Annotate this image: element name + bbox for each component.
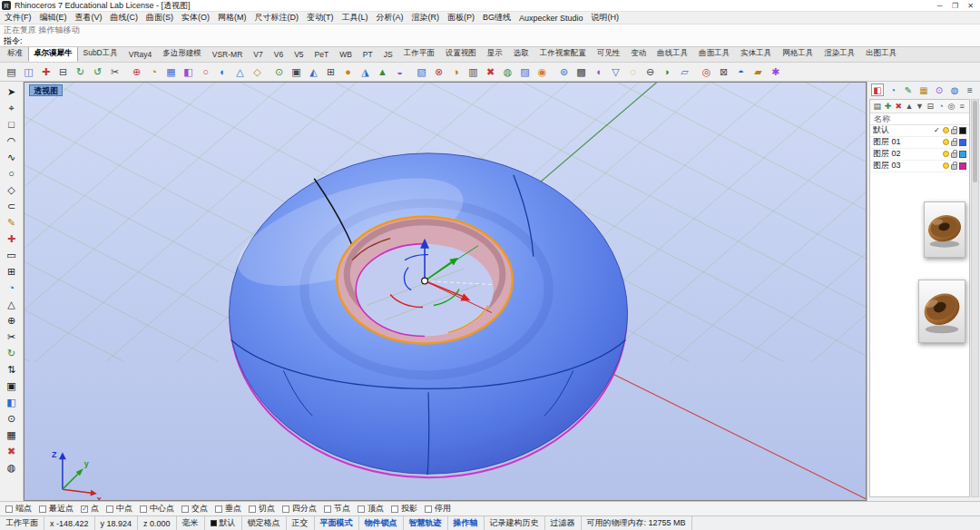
toolbar-tab[interactable]: VRay4	[123, 47, 158, 62]
toolbar-icon[interactable]: ▩	[573, 64, 589, 79]
status-pane[interactable]: 平面模式	[315, 516, 359, 530]
layer-color-swatch[interactable]	[959, 127, 966, 134]
menu-item[interactable]: 分析(A)	[377, 12, 404, 24]
torus-object[interactable]	[226, 153, 628, 477]
sidebar-tool-icon[interactable]: ⊙	[3, 410, 21, 427]
sidebar-tool-icon[interactable]: ▦	[3, 427, 21, 443]
osnap-checkbox[interactable]	[391, 505, 398, 513]
layer-visibility-bulb-icon[interactable]	[943, 139, 949, 145]
status-pane[interactable]: 默认	[205, 516, 242, 530]
status-pane[interactable]: 正交	[287, 516, 315, 530]
menu-item[interactable]: 编辑(E)	[40, 12, 67, 24]
menu-item[interactable]: 查看(V)	[75, 12, 103, 24]
osnap-toggle[interactable]: 交点	[181, 503, 208, 515]
osnap-checkbox[interactable]	[249, 505, 256, 513]
status-pane[interactable]: 工作平面	[0, 516, 44, 530]
menu-item[interactable]: 曲面(S)	[146, 12, 173, 24]
layer-tool-icon[interactable]: ▤	[873, 101, 882, 112]
menu-item[interactable]: Auxpecker Studio	[519, 14, 583, 23]
status-pane[interactable]: 锁定格点	[242, 516, 287, 530]
toolbar-icon[interactable]: ✱	[768, 64, 783, 79]
layer-visibility-bulb-icon[interactable]	[943, 127, 949, 133]
layer-tool-icon[interactable]: ◎	[947, 101, 956, 112]
panel-scrollbar[interactable]	[971, 99, 979, 497]
menu-item[interactable]: 尺寸标注(D)	[255, 12, 299, 24]
status-pane[interactable]: z 0.000	[138, 516, 177, 530]
osnap-checkbox[interactable]	[39, 505, 46, 513]
panel-tab[interactable]: ◍	[948, 83, 961, 96]
sidebar-tool-icon[interactable]: ⊂	[3, 198, 21, 214]
toolbar-tab[interactable]: V7	[248, 47, 268, 62]
status-pane[interactable]: 记录建构历史	[485, 516, 545, 530]
layer-tool-icon[interactable]: ◔	[936, 101, 946, 112]
maximize-button[interactable]: ❐	[947, 2, 963, 10]
layer-row[interactable]: 默认 ✓	[870, 125, 969, 137]
toolbar-tab[interactable]: 渲染工具	[818, 47, 860, 62]
osnap-toggle[interactable]: 投影	[391, 503, 417, 515]
sidebar-tool-icon[interactable]: ✂	[3, 329, 21, 345]
toolbar-tab[interactable]: 曲面工具	[693, 47, 735, 62]
layer-visibility-bulb-icon[interactable]	[943, 151, 949, 157]
osnap-toggle[interactable]: 节点	[324, 503, 350, 515]
toolbar-tab[interactable]: 多边形建模	[157, 47, 207, 62]
toolbar-icon[interactable]: ◓	[733, 64, 749, 79]
toolbar-tab[interactable]: 工作视窗配置	[534, 47, 592, 62]
toolbar-icon[interactable]: ⊙	[271, 64, 287, 79]
close-button[interactable]: ✕	[963, 2, 978, 10]
menu-item[interactable]: 变动(T)	[307, 12, 334, 24]
sidebar-tool-icon[interactable]: △	[3, 296, 21, 312]
toolbar-tab[interactable]: 设置视图	[440, 47, 482, 62]
toolbar-icon[interactable]: ▰	[750, 64, 766, 79]
osnap-checkbox[interactable]	[425, 505, 432, 513]
toolbar-tab[interactable]: 曲线工具	[652, 47, 693, 62]
panel-tab[interactable]: ▦	[917, 83, 930, 96]
toolbar-icon[interactable]: ◭	[306, 64, 321, 79]
status-pane[interactable]: 毫米	[177, 516, 205, 530]
layer-visibility-bulb-icon[interactable]	[943, 162, 949, 169]
toolbar-icon[interactable]: ⊞	[323, 64, 338, 79]
sidebar-tool-icon[interactable]: ✖	[3, 443, 21, 459]
osnap-checkbox[interactable]	[5, 505, 13, 513]
sidebar-tool-icon[interactable]: ◇	[3, 182, 21, 198]
osnap-checkbox[interactable]	[140, 505, 147, 513]
sidebar-tool-icon[interactable]: ◧	[3, 394, 21, 410]
status-pane[interactable]: 可用的物理内存: 12755 MB	[582, 516, 692, 530]
osnap-toggle[interactable]: 停用	[425, 503, 451, 515]
osnap-toggle[interactable]: 点	[81, 503, 99, 515]
toolbar-tab[interactable]: 网格工具	[777, 47, 818, 62]
layer-color-swatch[interactable]	[959, 139, 966, 146]
layer-lock-icon[interactable]	[951, 164, 957, 170]
sidebar-tool-icon[interactable]: □	[3, 116, 21, 132]
toolbar-icon[interactable]: ◇	[250, 64, 265, 79]
toolbar-icon[interactable]: ◮	[358, 64, 373, 79]
osnap-checkbox[interactable]	[181, 505, 189, 513]
sidebar-tool-icon[interactable]: ∿	[3, 149, 21, 165]
osnap-toggle[interactable]: 四分点	[282, 503, 317, 515]
toolbar-icon[interactable]: ▥	[466, 64, 481, 79]
sidebar-tool-icon[interactable]: ⊕	[3, 312, 21, 329]
osnap-checkbox[interactable]	[282, 505, 289, 513]
osnap-toggle[interactable]: 中心点	[140, 503, 174, 515]
layer-tool-icon[interactable]: ✖	[894, 101, 903, 112]
panel-tab[interactable]: ⊙	[933, 83, 946, 96]
toolbar-tab[interactable]: V5	[289, 47, 309, 62]
sidebar-tool-icon[interactable]: ◠	[3, 132, 21, 149]
toolbar-tab[interactable]: PT	[358, 47, 378, 62]
toolbar-icon[interactable]: ✚	[38, 64, 54, 79]
viewport-title[interactable]: 透视图	[29, 84, 63, 96]
toolbar-tab[interactable]: V6	[269, 47, 289, 62]
menu-item[interactable]: 实体(O)	[181, 12, 210, 24]
toolbar-icon[interactable]: ⊠	[716, 64, 731, 79]
osnap-toggle[interactable]: 切点	[249, 503, 275, 515]
toolbar-icon[interactable]: ✖	[483, 64, 498, 79]
toolbar-tab[interactable]: 标准	[2, 47, 28, 62]
menu-item[interactable]: 曲线(C)	[111, 12, 139, 24]
layer-lock-icon[interactable]	[951, 141, 957, 146]
menu-item[interactable]: 文件(F)	[5, 12, 32, 24]
material-preview-2[interactable]	[918, 280, 965, 343]
toolbar-icon[interactable]: ⊖	[642, 64, 658, 79]
toolbar-tab[interactable]: 卓尔谟犀牛	[28, 47, 78, 62]
toolbar-icon[interactable]: ↻	[73, 64, 88, 79]
osnap-checkbox[interactable]	[106, 505, 113, 513]
osnap-toggle[interactable]: 垂点	[215, 503, 241, 515]
